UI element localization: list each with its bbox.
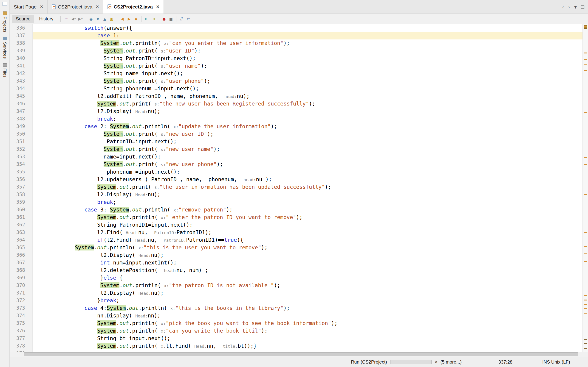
horizontal-scrollbar-thumb[interactable] [24, 352, 578, 356]
line-number[interactable]: 379 [10, 350, 33, 352]
code-line[interactable]: String name=input.next(); [33, 70, 582, 77]
code-line[interactable]: l2.addTail( PatronID , name, phonenum, h… [33, 92, 582, 100]
shift-line-left-icon[interactable]: ⇤ [144, 16, 150, 22]
tab-close-icon[interactable]: × [156, 4, 159, 9]
line-number[interactable]: 375 [10, 319, 33, 327]
code-line[interactable]: System.out.print( s:"new user ID"); [33, 130, 582, 138]
code-line[interactable]: phonenum =input.next(); [33, 168, 582, 176]
shift-line-right-icon[interactable]: ⇥ [150, 16, 157, 22]
error-stripe-mark[interactable] [584, 343, 587, 344]
line-number[interactable]: 351 [10, 138, 33, 145]
line-number[interactable]: 365 [10, 244, 33, 251]
error-stripe-mark[interactable] [584, 157, 587, 158]
line-number[interactable]: 363 [10, 229, 33, 236]
error-stripe-mark[interactable] [584, 348, 587, 349]
scroll-tabs-left-icon[interactable]: ‹ [562, 4, 564, 10]
line-number[interactable]: 373 [10, 304, 33, 312]
tab-cs2project-java[interactable]: CS2Project.java× [48, 0, 103, 14]
code-line[interactable]: System.out.print( s:"new user phone"); [33, 161, 582, 168]
line-number[interactable]: 344 [10, 85, 33, 92]
code-line[interactable]: case 1: [33, 32, 582, 40]
code-line[interactable]: case 3: System.out.println( x:"remove pa… [33, 206, 582, 214]
line-number[interactable]: 340 [10, 55, 33, 62]
sidebar-item-projects[interactable]: Projects [2, 9, 7, 35]
line-number[interactable]: 367 [10, 259, 33, 267]
line-number[interactable]: 377 [10, 335, 33, 342]
horizontal-scrollbar[interactable] [10, 352, 588, 357]
code-line[interactable]: System.out.println( x:ll.Find( Head:nn, … [33, 342, 582, 350]
line-number[interactable]: 362 [10, 221, 33, 229]
code-line[interactable]: l2.Display( Head:nu); [33, 251, 582, 259]
find-selection-icon[interactable]: ◉ [88, 16, 94, 22]
line-number[interactable]: 360 [10, 206, 33, 214]
tab-list-icon[interactable]: ▾ [574, 4, 577, 10]
error-stripe-mark[interactable] [584, 65, 587, 65]
code-line[interactable]: System.out.println( x:"this is the user … [33, 244, 582, 251]
chevron-down-icon[interactable]: ▾ [81, 17, 83, 20]
navigate-back-icon[interactable]: ◀▾ [70, 16, 77, 22]
line-number[interactable]: 339 [10, 47, 33, 55]
tab-cs2project2-java[interactable]: CS2Project2.java× [103, 0, 164, 14]
source-view-button[interactable]: Source [12, 15, 34, 23]
previous-bookmark-icon[interactable]: ◀ [119, 16, 125, 22]
line-number[interactable]: 346 [10, 100, 33, 108]
start-macro-recording-icon[interactable]: ● [161, 16, 167, 22]
find-next-occurrence-icon[interactable]: ▼ [95, 16, 101, 22]
code-line[interactable]: System.out.println( x:"the patron ID is … [33, 282, 582, 289]
code-editor[interactable]: 336 switch(answer){337 case 1:338 System… [10, 24, 582, 352]
toggle-bookmark-icon[interactable]: ◆ [133, 16, 139, 22]
line-number[interactable]: 358 [10, 191, 33, 198]
line-number[interactable]: 338 [10, 40, 33, 47]
code-line[interactable]: System.out.println( x:"can you write the… [33, 327, 582, 335]
code-line[interactable]: l2.updateusers ( PatronID , name, phonen… [33, 176, 582, 183]
sidebar-item-files[interactable]: Files [2, 61, 7, 80]
uncomment-icon[interactable]: /* [185, 16, 191, 22]
code-line[interactable]: String bt=input.next(); [33, 335, 582, 342]
line-number[interactable]: 337 [10, 32, 33, 40]
code-line[interactable]: System.out.print( s:"user ID"); [33, 47, 582, 55]
history-view-button[interactable]: History [35, 15, 57, 23]
last-edit-location-icon[interactable]: ↶ [64, 16, 70, 22]
line-number[interactable]: 336 [10, 24, 33, 32]
comment-icon[interactable]: // [179, 16, 185, 22]
error-stripe-mark[interactable] [584, 112, 587, 113]
code-line[interactable]: System.out.print( s:"the user informatio… [33, 183, 582, 191]
code-line[interactable]: }break; [33, 297, 582, 304]
line-number[interactable]: 343 [10, 77, 33, 85]
scroll-tabs-right-icon[interactable]: › [568, 4, 570, 10]
error-stripe-mark[interactable] [584, 253, 587, 254]
line-number[interactable]: 345 [10, 92, 33, 100]
code-line[interactable]: String PatronID=input.next(); [33, 55, 582, 62]
code-line[interactable]: PatronID=input.next(); [33, 138, 582, 145]
code-line[interactable]: System.out.print( s:"new user name"); [33, 145, 582, 153]
code-line[interactable]: System.out.println( x:" enter the patron… [33, 214, 582, 221]
line-number[interactable]: 354 [10, 161, 33, 168]
toggle-highlight-search-icon[interactable]: ▣ [109, 16, 115, 22]
code-line[interactable]: String PatronID1=input.next(); [33, 221, 582, 229]
next-bookmark-icon[interactable]: ▶ [126, 16, 132, 22]
error-stripe-mark[interactable] [584, 339, 587, 340]
line-number[interactable]: 364 [10, 236, 33, 244]
error-stripe-mark[interactable] [584, 261, 587, 262]
line-number[interactable]: 356 [10, 176, 33, 183]
progress-close-icon[interactable]: × [435, 359, 438, 365]
line-number[interactable]: 347 [10, 108, 33, 115]
code-line[interactable]: name=input.next(); [33, 153, 582, 161]
code-line[interactable]: case 2: System.out.println( x:"update th… [33, 123, 582, 130]
line-number[interactable]: 376 [10, 327, 33, 335]
code-line[interactable]: System.out.print( s:"the new user has be… [33, 100, 582, 108]
line-number[interactable]: 371 [10, 289, 33, 297]
find-previous-occurrence-icon[interactable]: ▲ [102, 16, 108, 22]
line-number[interactable]: 350 [10, 130, 33, 138]
code-line[interactable]: }else { [33, 274, 582, 282]
restore-group-icon[interactable] [2, 2, 7, 6]
error-stripe-mark[interactable] [584, 246, 587, 247]
code-line[interactable]: l2.Find( Head:nu, PatronID:PatronID1); [33, 229, 582, 236]
line-number[interactable]: 348 [10, 115, 33, 123]
code-line[interactable]: break; [33, 198, 582, 206]
error-stripe-mark[interactable] [584, 26, 587, 27]
code-line[interactable]: l2.Display( Head:nu); [33, 191, 582, 198]
code-line[interactable]: case 4:System.out.println( x:"this is th… [33, 304, 582, 312]
code-line[interactable]: nn.Display( Head:nn); [33, 312, 582, 319]
more-processes-link[interactable]: (5 more...) [440, 359, 461, 365]
